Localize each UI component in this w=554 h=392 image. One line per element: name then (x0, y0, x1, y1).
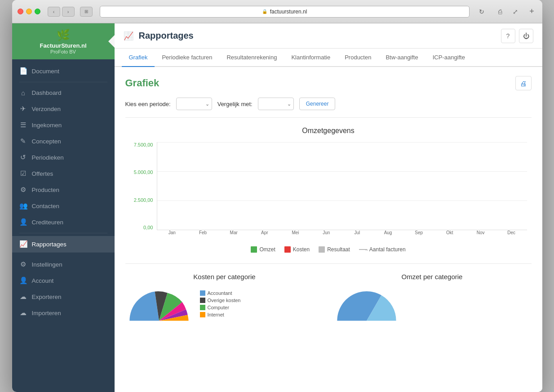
reload-button[interactable]: ↻ (477, 7, 487, 17)
logo-subtitle: ProFoto BV (50, 49, 76, 54)
x-label-okt: Okt (434, 230, 465, 241)
compare-select-wrapper (258, 98, 294, 110)
content-area: Grafiek 🖨 Kies een periode: Vergelijk me… (115, 67, 542, 392)
period-select[interactable] (176, 98, 212, 110)
sidebar-item-contacten[interactable]: 👥 Contacten (12, 198, 115, 214)
back-button[interactable]: ‹ (48, 7, 60, 17)
power-button[interactable]: ⏻ (519, 29, 533, 43)
kosten-pie-container: Kosten per categorie (125, 273, 324, 324)
traffic-lights (18, 9, 40, 14)
sidebar-item-offertes[interactable]: ☑ Offertes (12, 165, 115, 182)
tab-resultatenrekening[interactable]: Resultatenrekening (219, 49, 284, 67)
kosten-pie-svg (125, 286, 193, 322)
legend-label-kosten: Kosten (293, 246, 310, 253)
ingekomen-icon: ☰ (19, 121, 27, 129)
nav-separator-2 (19, 233, 107, 233)
tab-periodieke-facturen[interactable]: Periodieke facturen (155, 49, 219, 67)
bar-chart: 7.500,00 5.000,00 2.500,00 0,00 (130, 142, 527, 241)
legend-label-omzet: Omzet (259, 246, 275, 253)
forward-button[interactable]: › (62, 7, 75, 17)
sidebar-item-document[interactable]: 📄 Document (12, 63, 115, 79)
sidebar-label-rapportages: Rapportages (32, 241, 66, 248)
omzet-pie-container: Omzet per categorie (333, 273, 532, 324)
lock-icon: 🔒 (262, 9, 267, 14)
reader-button[interactable]: ⊞ (80, 7, 93, 17)
browser-titlebar: ‹ › ⊞ 🔒 factuursturen.nl ↻ ⎙ ⤢ + (12, 0, 542, 23)
maximize-button[interactable] (35, 9, 40, 14)
tab-klantinformatie[interactable]: Klantinformatie (284, 49, 337, 67)
top-bar-actions: ? ⏻ (501, 29, 533, 43)
y-axis: 7.500,00 5.000,00 2.500,00 0,00 (130, 142, 157, 230)
logo-icon: 🌿 (57, 29, 70, 41)
kosten-pie-chart (125, 286, 193, 324)
x-label-jul: Jul (342, 230, 373, 241)
sidebar-item-dashboard[interactable]: ⌂ Dashboard (12, 85, 115, 101)
top-bar: 📈 Rapportages ? ⏻ (115, 23, 542, 49)
tab-icp-aangifte[interactable]: ICP-aangifte (425, 49, 472, 67)
sidebar-item-account[interactable]: 👤 Account (12, 272, 115, 289)
sidebar-label-document: Document (32, 68, 60, 75)
tab-btw-aangifte[interactable]: Btw-aangifte (378, 49, 425, 67)
period-label: Kies een periode: (125, 101, 171, 107)
legend-color-kosten (284, 246, 291, 253)
kosten-pie-title: Kosten per categorie (125, 273, 324, 281)
omzet-pie-svg (333, 286, 400, 322)
address-bar-container: 🔒 factuursturen.nl (100, 6, 470, 18)
legend-color-omzet (251, 246, 257, 253)
share-button[interactable]: ⎙ (494, 7, 506, 17)
pie-label-overige: Overige kosten (208, 298, 241, 303)
sidebar-item-crediteuren[interactable]: 👤 Crediteuren (12, 214, 115, 230)
sidebar-label-crediteuren: Crediteuren (32, 219, 64, 226)
help-button[interactable]: ? (501, 29, 515, 43)
sidebar-item-verzonden[interactable]: ✈ Verzonden (12, 101, 115, 117)
tab-producten[interactable]: Producten (337, 49, 378, 67)
sidebar-label-ingekomen: Ingekomen (32, 122, 62, 129)
pie-legend-overige: Overige kosten (200, 298, 241, 303)
dashboard-icon: ⌂ (19, 89, 27, 97)
sidebar-item-exporteren[interactable]: ☁ Exporteren (12, 289, 115, 305)
sidebar-item-rapportages[interactable]: 📈 Rapportages (12, 236, 115, 252)
minimize-button[interactable] (26, 9, 32, 14)
address-bar[interactable]: 🔒 factuursturen.nl (100, 6, 470, 18)
sidebar-item-concepten[interactable]: ✎ Concepten (12, 133, 115, 149)
y-label-2500: 2.500,00 (134, 197, 153, 203)
bars-row (157, 142, 527, 230)
x-label-feb: Feb (187, 230, 218, 241)
exporteren-icon: ☁ (19, 293, 27, 301)
sidebar-item-periodieken[interactable]: ↺ Periodieken (12, 149, 115, 165)
instellingen-icon: ⚙ (19, 260, 27, 268)
close-button[interactable] (18, 9, 23, 14)
pie-color-overige (200, 298, 205, 303)
legend-resultaat: Resultaat (319, 246, 350, 253)
sidebar-label-verzonden: Verzonden (32, 106, 61, 112)
top-bar-icon: 📈 (124, 31, 133, 41)
pie-legend-accountant: Accountant (200, 290, 241, 296)
sidebar-item-instellingen[interactable]: ⚙ Instellingen (12, 256, 115, 272)
main-content: 📈 Rapportages ? ⏻ Grafiek Periodieke fac… (115, 23, 542, 392)
pie-color-computer (200, 305, 205, 310)
concepten-icon: ✎ (19, 137, 27, 145)
pie-color-accountant (200, 290, 205, 296)
tab-grafiek[interactable]: Grafiek (122, 49, 155, 67)
fullscreen-button[interactable]: ⤢ (509, 7, 522, 17)
sidebar-item-producten[interactable]: ⚙ Producten (12, 182, 115, 198)
x-label-nov: Nov (465, 230, 496, 241)
section-title: Grafiek (125, 77, 160, 89)
sidebar-label-offertes: Offertes (32, 170, 53, 177)
sidebar-item-ingekomen[interactable]: ☰ Ingekomen (12, 117, 115, 133)
verzonden-icon: ✈ (19, 105, 27, 113)
x-axis: Jan Feb Mar Apr Mei Jun Jul Aug Sep Okt … (157, 230, 527, 241)
sidebar-item-importeren[interactable]: ☁ Importeren (12, 305, 115, 321)
app-container: 🌿 FactuurSturen.nl ProFoto BV 📄 Document… (12, 23, 542, 392)
add-tab-button[interactable]: + (527, 7, 537, 17)
omzet-pie-content (333, 286, 532, 324)
section-header: Grafiek 🖨 (125, 76, 532, 90)
generate-button[interactable]: Genereer (299, 98, 336, 110)
compare-select[interactable] (258, 98, 294, 110)
x-label-jan: Jan (157, 230, 188, 241)
print-button[interactable]: 🖨 (515, 76, 532, 90)
account-icon: 👤 (19, 276, 27, 285)
y-label-7500: 7.500,00 (134, 142, 153, 147)
sidebar-arrow (108, 35, 115, 48)
browser-actions: ⎙ ⤢ (494, 7, 522, 17)
